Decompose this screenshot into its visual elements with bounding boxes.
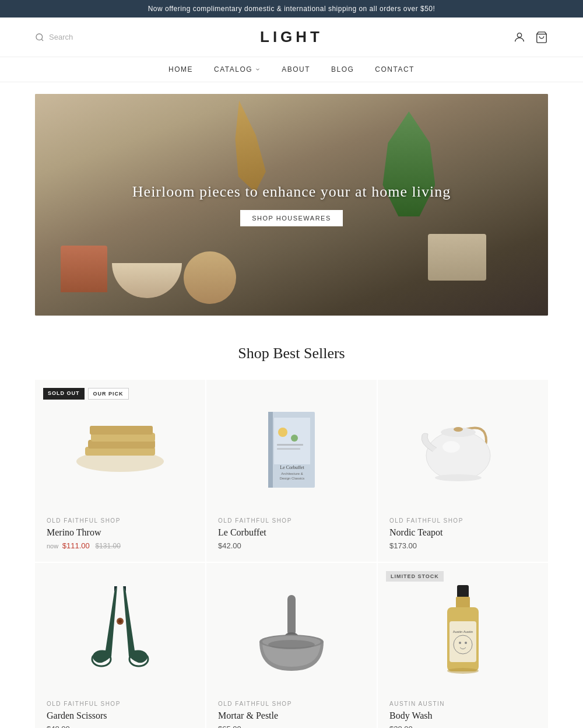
product-image-body-wash: Austin Austin bbox=[389, 575, 536, 691]
svg-point-0 bbox=[36, 34, 43, 40]
product-image-le-corbuffet: Le Corbuffet Architecture & Design Class… bbox=[218, 391, 365, 508]
teapot-illustration bbox=[416, 412, 510, 488]
product-name: Mortar & Pestle bbox=[218, 710, 365, 721]
product-card-merino-throw[interactable]: SOLD OUT OUR PICK OLD FAITHFUL SHOP Meri… bbox=[35, 380, 205, 562]
product-name: Garden Scissors bbox=[47, 710, 194, 721]
product-price: $42.00 bbox=[218, 541, 365, 550]
svg-point-41 bbox=[465, 642, 467, 644]
product-badges: LIMITED STOCK bbox=[386, 571, 444, 582]
product-price: now $111.00 $131.00 bbox=[47, 541, 194, 550]
svg-rect-10 bbox=[268, 412, 273, 488]
hero-pot-deco bbox=[61, 246, 107, 292]
svg-rect-37 bbox=[449, 621, 476, 662]
svg-text:Design Classics: Design Classics bbox=[280, 477, 305, 480]
svg-point-26 bbox=[118, 620, 122, 623]
header: Search LIGHT bbox=[0, 18, 583, 57]
hero-mug-deco bbox=[428, 234, 486, 281]
site-logo[interactable]: LIGHT bbox=[260, 28, 323, 46]
product-image-mortar-pestle bbox=[218, 575, 365, 691]
svg-point-13 bbox=[291, 435, 298, 442]
nav-item-home[interactable]: HOME bbox=[168, 65, 193, 74]
hero-cta-button[interactable]: Shop housewares bbox=[240, 210, 343, 226]
throw-illustration bbox=[73, 418, 167, 482]
product-name: Merino Throw bbox=[47, 527, 194, 538]
hero-banner: Heirloom pieces to enhance your at home … bbox=[35, 94, 548, 316]
badge-sold-out: SOLD OUT bbox=[43, 388, 85, 400]
svg-point-23 bbox=[435, 474, 482, 481]
product-grid: SOLD OUT OUR PICK OLD FAITHFUL SHOP Meri… bbox=[35, 380, 548, 728]
product-vendor: OLD FAITHFUL SHOP bbox=[47, 701, 194, 707]
product-image-scissors bbox=[47, 575, 194, 691]
svg-text:Le Corbuffet: Le Corbuffet bbox=[280, 465, 304, 470]
account-icon[interactable] bbox=[513, 31, 526, 44]
svg-text:Austin Austin: Austin Austin bbox=[453, 630, 473, 634]
product-name: Nordic Teapot bbox=[389, 527, 536, 538]
product-vendor: OLD FAITHFUL SHOP bbox=[218, 701, 365, 707]
svg-point-2 bbox=[517, 33, 521, 37]
product-image-merino-throw bbox=[47, 391, 194, 508]
product-card-body-wash[interactable]: LIMITED STOCK Austin Austin bbox=[378, 563, 548, 728]
product-vendor: OLD FAITHFUL SHOP bbox=[389, 517, 536, 524]
announcement-bar: Now offering complimentary domestic & in… bbox=[0, 0, 583, 18]
search-bar[interactable]: Search bbox=[35, 33, 134, 42]
svg-line-1 bbox=[41, 39, 43, 41]
product-price: $65.00 bbox=[218, 724, 365, 728]
product-price: $48.00 bbox=[47, 724, 194, 728]
hero-content: Heirloom pieces to enhance your at home … bbox=[132, 183, 451, 226]
book-illustration: Le Corbuffet Architecture & Design Class… bbox=[259, 406, 324, 494]
best-sellers-section: Shop Best Sellers SOLD OUT OUR PICK OLD … bbox=[0, 345, 583, 728]
svg-point-40 bbox=[459, 642, 461, 644]
badge-our-pick: OUR PICK bbox=[88, 388, 129, 400]
nav-item-blog[interactable]: BLOG bbox=[331, 65, 354, 74]
search-icon bbox=[35, 33, 44, 42]
search-placeholder: Search bbox=[49, 33, 73, 41]
hero-vase-deco bbox=[184, 251, 236, 304]
product-badges: SOLD OUT OUR PICK bbox=[43, 388, 129, 400]
nav-item-contact[interactable]: CONTACT bbox=[375, 65, 415, 74]
svg-rect-11 bbox=[274, 418, 310, 464]
product-price: $28.00 bbox=[389, 724, 536, 728]
main-nav: HOME CATALOG ABOUT BLOG CONTACT bbox=[0, 57, 583, 82]
svg-rect-29 bbox=[287, 595, 296, 636]
svg-point-12 bbox=[278, 428, 287, 437]
svg-rect-34 bbox=[457, 585, 469, 598]
cart-icon[interactable] bbox=[535, 31, 548, 44]
product-card-scissors[interactable]: OLD FAITHFUL SHOP Garden Scissors $48.00 bbox=[35, 563, 205, 728]
svg-rect-35 bbox=[456, 597, 470, 608]
nav-item-catalog[interactable]: CATALOG bbox=[214, 65, 261, 74]
svg-text:Architecture &: Architecture & bbox=[281, 472, 303, 475]
product-card-mortar-pestle[interactable]: OLD FAITHFUL SHOP Mortar & Pestle $65.00 bbox=[206, 563, 377, 728]
section-title: Shop Best Sellers bbox=[0, 345, 583, 362]
svg-point-33 bbox=[268, 640, 315, 649]
product-price: $173.00 bbox=[389, 541, 536, 550]
svg-rect-15 bbox=[277, 448, 300, 450]
svg-rect-14 bbox=[277, 444, 303, 446]
product-vendor: AUSTIN AUSTIN bbox=[389, 701, 536, 707]
bottle-illustration: Austin Austin bbox=[437, 580, 489, 685]
scissors-illustration bbox=[85, 580, 155, 685]
announcement-text: Now offering complimentary domestic & in… bbox=[148, 5, 436, 13]
product-name: Body Wash bbox=[389, 710, 536, 721]
hero-title: Heirloom pieces to enhance your at home … bbox=[132, 183, 451, 201]
product-image-nordic-teapot bbox=[389, 391, 536, 508]
product-vendor: OLD FAITHFUL SHOP bbox=[47, 517, 194, 524]
svg-point-42 bbox=[447, 668, 479, 674]
product-vendor: OLD FAITHFUL SHOP bbox=[218, 517, 365, 524]
svg-point-22 bbox=[454, 427, 463, 432]
chevron-down-icon bbox=[255, 66, 261, 72]
nav-item-about[interactable]: ABOUT bbox=[282, 65, 310, 74]
mortar-illustration bbox=[248, 589, 335, 677]
product-card-nordic-teapot[interactable]: OLD FAITHFUL SHOP Nordic Teapot $173.00 bbox=[378, 380, 548, 562]
svg-point-24 bbox=[442, 441, 460, 453]
header-icons bbox=[449, 31, 548, 44]
badge-limited-stock: LIMITED STOCK bbox=[386, 571, 444, 582]
svg-rect-8 bbox=[90, 426, 153, 435]
product-card-le-corbuffet[interactable]: Le Corbuffet Architecture & Design Class… bbox=[206, 380, 377, 562]
product-name: Le Corbuffet bbox=[218, 527, 365, 538]
